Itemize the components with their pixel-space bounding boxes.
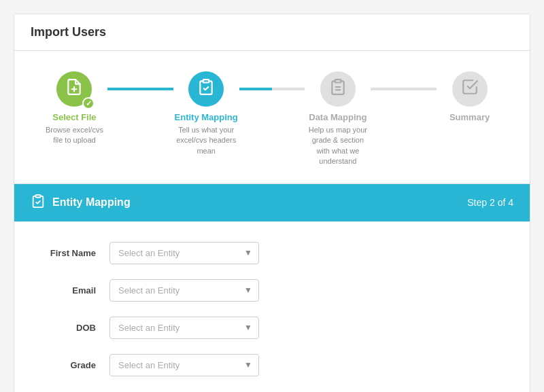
- form-row-firstname: First Name Select an Entity ▼: [41, 242, 503, 264]
- step-header-label: Entity Mapping: [52, 196, 131, 209]
- step-header-bar: Entity Mapping Step 2 of 4: [14, 184, 530, 221]
- select-wrapper-firstname: Select an Entity ▼: [109, 242, 259, 264]
- completed-badge: ✓: [82, 97, 95, 109]
- form-row-dob: DOB Select an Entity ▼: [41, 317, 503, 339]
- select-firstname[interactable]: Select an Entity: [109, 242, 259, 264]
- select-email[interactable]: Select an Entity: [109, 279, 259, 302]
- stepper-container: ✓ Select File Browse excel/cvs file to u…: [14, 51, 530, 184]
- label-email: Email: [41, 285, 109, 296]
- step-desc-1: Browse excel/cvs file to upload: [41, 125, 107, 146]
- step-select-file: ✓ Select File Browse excel/cvs file to u…: [41, 71, 107, 146]
- select-dob[interactable]: Select an Entity: [109, 317, 259, 339]
- select-wrapper-email: Select an Entity ▼: [109, 279, 259, 302]
- step-label-3: Data Mapping: [309, 112, 367, 122]
- label-grade: Grade: [41, 360, 109, 370]
- step-header-left: Entity Mapping: [31, 194, 131, 212]
- connector-2: [239, 88, 305, 90]
- step-data-mapping: Data Mapping Help us map your grade & se…: [305, 71, 371, 167]
- step-circle-2: [188, 71, 224, 107]
- select-wrapper-dob: Select an Entity ▼: [109, 317, 259, 339]
- form-row-grade: Grade Select an Entity ▼: [41, 354, 503, 376]
- summary-icon: [461, 78, 479, 100]
- page-container: Import Users ✓ Select File: [14, 14, 530, 392]
- step-circle-4: [452, 71, 488, 107]
- form-row-email: Email Select an Entity ▼: [41, 279, 503, 302]
- step-header-right: Step 2 of 4: [467, 197, 513, 208]
- stepper: ✓ Select File Browse excel/cvs file to u…: [41, 71, 503, 167]
- step-label-1: Select File: [52, 112, 96, 122]
- step-label-4: Summary: [449, 112, 490, 122]
- svg-rect-6: [35, 194, 40, 197]
- step-circle-3: [320, 71, 356, 107]
- connector-1: [107, 88, 173, 90]
- connector-3: [371, 88, 437, 90]
- step-label-2: Entity Mapping: [175, 112, 238, 122]
- step-entity-mapping: Entity Mapping Tell us what your excel/c…: [173, 71, 239, 156]
- step-desc-3: Help us map your grade & section with wh…: [305, 125, 371, 167]
- label-dob: DOB: [41, 323, 109, 333]
- form-area: First Name Select an Entity ▼ Email Sele…: [14, 221, 530, 392]
- step-summary: Summary: [437, 71, 503, 122]
- data-mapping-icon: [329, 78, 347, 100]
- svg-rect-2: [203, 79, 209, 82]
- step-header-icon: [31, 194, 46, 212]
- svg-rect-3: [335, 79, 341, 82]
- label-firstname: First Name: [41, 248, 109, 258]
- file-icon: [65, 78, 83, 100]
- entity-mapping-icon: [197, 78, 215, 100]
- select-grade[interactable]: Select an Entity: [109, 354, 259, 376]
- step-circle-1: ✓: [56, 71, 92, 107]
- select-wrapper-grade: Select an Entity ▼: [109, 354, 259, 376]
- step-desc-2: Tell us what your excel/cvs headers mean: [173, 125, 239, 156]
- page-title: Import Users: [14, 14, 530, 51]
